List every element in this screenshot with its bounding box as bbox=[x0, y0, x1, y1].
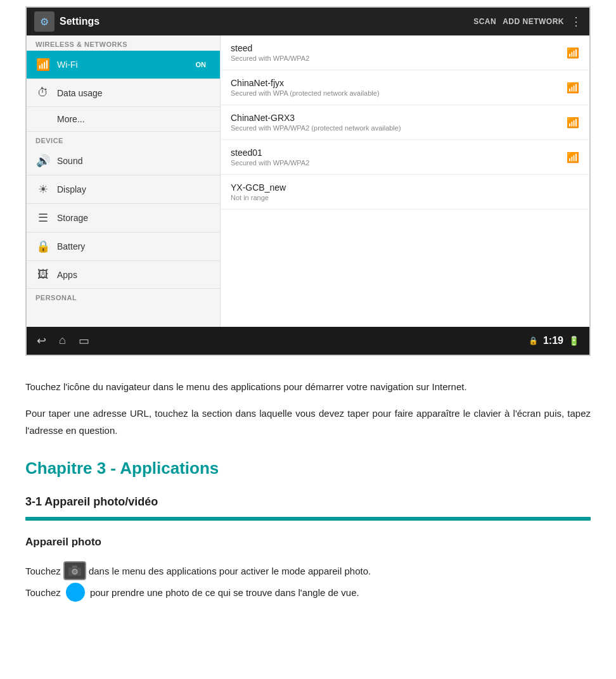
network-item-steed[interactable]: steed Secured with WPA/WPA2 📶 bbox=[221, 35, 589, 70]
scan-button[interactable]: SCAN bbox=[473, 17, 496, 26]
network-item-steed01[interactable]: steed01 Secured with WPA/WPA2 📶 bbox=[221, 140, 589, 175]
network-status: Not in range bbox=[231, 194, 286, 201]
overflow-menu-icon[interactable]: ⋮ bbox=[570, 15, 582, 29]
network-info: YX-GCB_new Not in range bbox=[231, 182, 286, 201]
touch-line-1: Touchez dans le menu des applications po… bbox=[25, 561, 591, 580]
touch-line-2-post: pour prendre une photo de ce qui se trou… bbox=[90, 585, 359, 601]
sidebar-item-storage[interactable]: ☰ Storage bbox=[27, 204, 220, 232]
doc-content: Touchez l'icône du navigateur dans le me… bbox=[0, 369, 616, 623]
teal-divider bbox=[25, 517, 591, 521]
bottom-right: 🔒 1:19 🔋 bbox=[529, 335, 579, 346]
network-list: steed Secured with WPA/WPA2 📶 ChinaNet-f… bbox=[220, 35, 589, 327]
nav-icons: ↩ ⌂ ▭ bbox=[37, 334, 89, 348]
section-header-device: DEVICE bbox=[27, 132, 220, 147]
sidebar-item-wifi[interactable]: 📶 Wi-Fi ON bbox=[27, 51, 220, 79]
subsection-title: Appareil photo bbox=[25, 533, 591, 552]
wifi-signal-icon: 📶 bbox=[567, 117, 579, 129]
network-item-chinanet-grx3[interactable]: ChinaNet-GRX3 Secured with WPA/WPA2 (pro… bbox=[221, 105, 589, 140]
network-name: ChinaNet-fjyx bbox=[231, 78, 380, 88]
section-header-personal: PERSONAL bbox=[27, 289, 220, 304]
main-area: WIRELESS & NETWORKS 📶 Wi-Fi ON ⏱ Data us… bbox=[27, 35, 589, 327]
sidebar: WIRELESS & NETWORKS 📶 Wi-Fi ON ⏱ Data us… bbox=[27, 35, 220, 327]
wifi-signal-icon: 📶 bbox=[567, 82, 579, 94]
chapter-title: Chapitre 3 - Applications bbox=[25, 454, 591, 482]
bottom-bar: ↩ ⌂ ▭ 🔒 1:19 🔋 bbox=[27, 327, 589, 355]
data-usage-icon: ⏱ bbox=[35, 86, 51, 99]
battery-status-icon: 🔋 bbox=[568, 336, 579, 346]
section-header-wireless: WIRELESS & NETWORKS bbox=[27, 35, 220, 51]
network-info: steed01 Secured with WPA/WPA2 bbox=[231, 148, 309, 167]
wifi-icon: 📶 bbox=[35, 58, 51, 72]
top-bar-right: SCAN ADD NETWORK ⋮ bbox=[473, 15, 582, 29]
network-status: Secured with WPA/WPA2 (protected network… bbox=[231, 124, 401, 132]
network-item-chinanet-fjyx[interactable]: ChinaNet-fjyx Secured with WPA (protecte… bbox=[221, 70, 589, 105]
home-icon[interactable]: ⌂ bbox=[59, 334, 66, 348]
lock-status-icon: 🔒 bbox=[529, 336, 538, 345]
svg-point-2 bbox=[73, 570, 77, 574]
network-name: YX-GCB_new bbox=[231, 182, 286, 193]
touch-line-1-post: dans le menu des applications pour activ… bbox=[89, 563, 371, 580]
network-item-yx-gcb-new[interactable]: YX-GCB_new Not in range bbox=[221, 175, 589, 210]
network-info: ChinaNet-fjyx Secured with WPA (protecte… bbox=[231, 78, 380, 97]
blue-circle-icon bbox=[66, 583, 85, 602]
section-31-title: 3-1 Appareil photo/vidéo bbox=[25, 492, 591, 512]
network-status: Secured with WPA (protected network avai… bbox=[231, 89, 380, 97]
wifi-signal-icon: 📶 bbox=[567, 47, 579, 59]
display-label: Display bbox=[57, 184, 211, 194]
paragraph-2: Pour taper une adresse URL, touchez la s… bbox=[25, 405, 591, 439]
touch-line-2-pre: Touchez bbox=[25, 585, 61, 601]
network-info: ChinaNet-GRX3 Secured with WPA/WPA2 (pro… bbox=[231, 113, 401, 132]
top-bar-left: ⚙ Settings bbox=[34, 11, 99, 32]
battery-label: Battery bbox=[57, 241, 211, 251]
network-name: steed01 bbox=[231, 148, 309, 158]
network-name: steed bbox=[231, 43, 309, 53]
touch-line-2: Touchez pour prendre une photo de ce qui… bbox=[25, 583, 591, 602]
apps-icon: 🖼 bbox=[35, 268, 51, 281]
battery-icon: 🔒 bbox=[35, 239, 51, 253]
display-icon: ☀ bbox=[35, 182, 51, 196]
sidebar-item-display[interactable]: ☀ Display bbox=[27, 175, 220, 204]
back-icon[interactable]: ↩ bbox=[37, 334, 46, 348]
wifi-signal-icon: 📶 bbox=[567, 151, 579, 163]
add-network-button[interactable]: ADD NETWORK bbox=[503, 17, 564, 26]
settings-icon: ⚙ bbox=[34, 11, 55, 32]
storage-label: Storage bbox=[57, 213, 211, 223]
sidebar-item-data-usage[interactable]: ⏱ Data usage bbox=[27, 79, 220, 107]
wifi-toggle[interactable]: ON bbox=[191, 60, 212, 70]
network-name: ChinaNet-GRX3 bbox=[231, 113, 401, 123]
touch-line-1-pre: Touchez bbox=[25, 563, 61, 580]
more-label: More... bbox=[57, 114, 211, 124]
clock: 1:19 bbox=[543, 335, 563, 346]
apps-label: Apps bbox=[57, 270, 211, 280]
network-info: steed Secured with WPA/WPA2 bbox=[231, 43, 309, 62]
svg-rect-3 bbox=[72, 566, 77, 568]
sound-icon: 🔊 bbox=[35, 154, 51, 168]
storage-icon: ☰ bbox=[35, 211, 51, 225]
screenshot-frame: ⚙ Settings SCAN ADD NETWORK ⋮ WIRELESS &… bbox=[25, 6, 591, 356]
recent-apps-icon[interactable]: ▭ bbox=[79, 334, 89, 348]
top-bar: ⚙ Settings SCAN ADD NETWORK ⋮ bbox=[27, 8, 589, 35]
sidebar-item-more[interactable]: More... bbox=[27, 107, 220, 132]
sound-label: Sound bbox=[57, 156, 211, 166]
network-status: Secured with WPA/WPA2 bbox=[231, 54, 309, 62]
settings-gear-icon: ⚙ bbox=[40, 16, 49, 28]
paragraph-1: Touchez l'icône du navigateur dans le me… bbox=[25, 379, 591, 395]
camera-icon bbox=[63, 561, 86, 580]
sidebar-item-sound[interactable]: 🔊 Sound bbox=[27, 147, 220, 175]
settings-title: Settings bbox=[60, 16, 99, 27]
wifi-label: Wi-Fi bbox=[57, 60, 184, 70]
data-usage-label: Data usage bbox=[57, 88, 211, 98]
sidebar-item-apps[interactable]: 🖼 Apps bbox=[27, 261, 220, 289]
network-status: Secured with WPA/WPA2 bbox=[231, 159, 309, 167]
sidebar-item-battery[interactable]: 🔒 Battery bbox=[27, 232, 220, 261]
